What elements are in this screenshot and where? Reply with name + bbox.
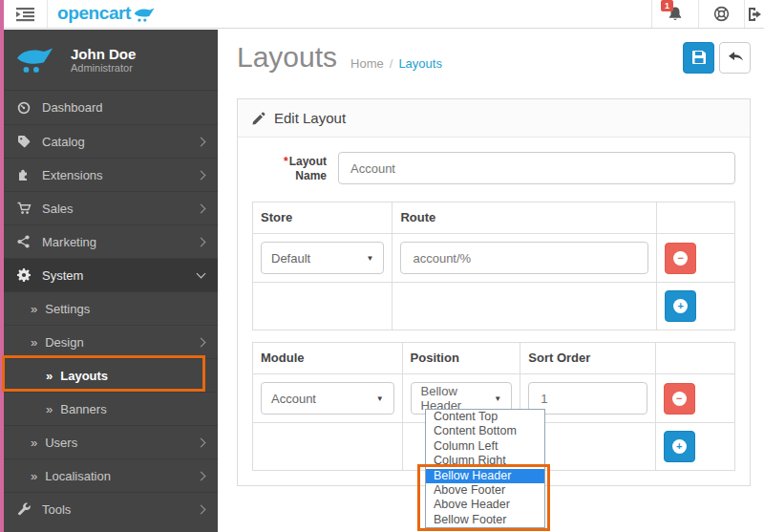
select-caret-icon: ▼ — [376, 394, 384, 403]
sidebar-item-extensions[interactable]: Extensions — [4, 158, 218, 191]
logout-button[interactable] — [744, 0, 764, 28]
notification-badge: 1 — [661, 0, 673, 11]
double-angle-icon: » — [31, 436, 37, 450]
chevron-right-icon — [197, 137, 206, 146]
back-button[interactable] — [719, 42, 751, 74]
sidebar-item-label: Settings — [45, 302, 204, 316]
chevron-right-icon — [197, 504, 206, 514]
position-column-header: Position — [402, 343, 520, 374]
gear-icon — [17, 268, 33, 282]
layout-name-label: *Layout Name — [252, 152, 327, 184]
user-name: John Doe — [71, 46, 136, 62]
sidebar-item-label: Catalog — [42, 135, 198, 149]
save-icon — [691, 50, 707, 65]
store-add-row: + — [253, 283, 735, 330]
position-dropdown-list: Content TopContent BottomColumn LeftColu… — [425, 409, 545, 528]
user-panel[interactable]: John Doe Administrator — [4, 30, 218, 91]
dropdown-option[interactable]: Bellow Header — [426, 469, 544, 483]
store-select-value: Default — [271, 251, 310, 266]
sidebar-item-tools[interactable]: Tools — [4, 492, 218, 525]
page-title: Layouts — [237, 41, 337, 74]
logout-icon — [747, 7, 762, 22]
annotation-edge-strip — [0, 0, 4, 532]
double-angle-icon: » — [46, 402, 53, 416]
breadcrumb-home-link[interactable]: Home — [350, 56, 384, 71]
store-route-table: Store Route Default ▼ — [252, 202, 735, 330]
breadcrumb-layouts-link[interactable]: Layouts — [398, 56, 442, 71]
sidebar-item-dashboard[interactable]: Dashboard — [4, 91, 218, 124]
chevron-right-icon — [197, 471, 206, 480]
sidebar-item-label: Marketing — [42, 235, 198, 249]
route-input[interactable] — [400, 242, 648, 274]
sidebar-item-label: Tools — [42, 502, 198, 517]
cart-icon — [17, 202, 33, 215]
sidebar-item-banners[interactable]: »Banners — [4, 392, 218, 425]
plus-circle-icon: + — [673, 299, 688, 313]
topbar: opencart 1 — [4, 0, 764, 29]
sidebar-item-marketing[interactable]: Marketing — [4, 224, 218, 258]
breadcrumb-separator: / — [390, 56, 393, 71]
dropdown-option[interactable]: Column Left — [426, 439, 544, 454]
opencart-logo[interactable]: opencart — [57, 3, 159, 24]
share-icon — [17, 235, 33, 248]
dropdown-option[interactable]: Bellow Footer — [426, 513, 544, 527]
plus-circle-icon: + — [672, 439, 687, 454]
user-role: Administrator — [71, 62, 136, 74]
layout-name-input[interactable] — [338, 152, 735, 184]
store-actions-header — [657, 202, 735, 234]
sidebar-item-system[interactable]: System — [4, 258, 218, 291]
double-angle-icon: » — [31, 335, 37, 350]
cart-logo-icon — [16, 47, 60, 74]
remove-route-button[interactable]: − — [665, 243, 696, 274]
sidebar-item-label: System — [42, 268, 198, 283]
sidebar-item-label: Dashboard — [42, 100, 204, 115]
wrench-icon — [17, 502, 33, 516]
sidebar-item-label: Localisation — [45, 469, 198, 483]
dropdown-option[interactable]: Column Right — [426, 454, 544, 468]
sidebar-item-localisation[interactable]: »Localisation — [4, 458, 218, 492]
pencil-icon — [252, 112, 265, 125]
add-module-button[interactable]: + — [664, 431, 695, 462]
back-arrow-icon — [727, 50, 744, 65]
save-button[interactable] — [683, 42, 714, 74]
logo-text: opencart — [57, 3, 131, 24]
module-select-value: Account — [271, 392, 316, 406]
chevron-right-icon — [197, 337, 206, 347]
double-angle-icon: » — [31, 302, 37, 316]
select-caret-icon: ▼ — [367, 254, 374, 263]
sidebar-item-layouts[interactable]: »Layouts — [4, 358, 218, 392]
panel-heading-label: Edit Layout — [274, 109, 346, 127]
sort-order-input[interactable] — [528, 382, 647, 415]
help-button[interactable] — [698, 0, 744, 28]
dropdown-option[interactable]: Content Top — [426, 410, 544, 424]
sidebar-item-label: Users — [45, 436, 198, 450]
sidebar-item-catalog[interactable]: Catalog — [4, 124, 218, 158]
notifications-button[interactable]: 1 — [651, 0, 698, 28]
dropdown-option[interactable]: Above Header — [426, 498, 544, 512]
dropdown-option[interactable]: Content Bottom — [426, 424, 544, 438]
sidebar-item-label: Design — [45, 335, 198, 350]
sidebar-item-label: Banners — [60, 402, 204, 416]
sidebar-item-settings[interactable]: »Settings — [4, 291, 218, 325]
chevron-right-icon — [197, 170, 206, 180]
sidebar-item-users[interactable]: »Users — [4, 425, 218, 458]
sidebar-item-design[interactable]: »Design — [4, 325, 218, 358]
add-route-button[interactable]: + — [665, 290, 696, 322]
store-select[interactable]: Default ▼ — [261, 242, 384, 274]
sidebar-item-label: Extensions — [42, 168, 198, 182]
dashboard-icon — [17, 101, 33, 115]
dropdown-option[interactable]: Above Footer — [426, 483, 544, 498]
chevron-right-icon — [197, 437, 206, 447]
required-marker: * — [284, 155, 288, 168]
module-select[interactable]: Account ▼ — [261, 382, 394, 415]
tag-icon — [17, 135, 33, 148]
menu-toggle-icon[interactable] — [16, 7, 35, 22]
double-angle-icon: » — [31, 469, 37, 483]
life-ring-icon — [713, 6, 730, 22]
remove-module-button[interactable]: − — [664, 383, 695, 415]
topbar-divider — [47, 0, 48, 28]
sidebar-item-sales[interactable]: Sales — [4, 191, 218, 224]
sidebar-menu: DashboardCatalogExtensionsSalesMarketing… — [4, 91, 218, 525]
minus-circle-icon: − — [673, 251, 688, 266]
panel-heading: Edit Layout — [238, 99, 750, 138]
